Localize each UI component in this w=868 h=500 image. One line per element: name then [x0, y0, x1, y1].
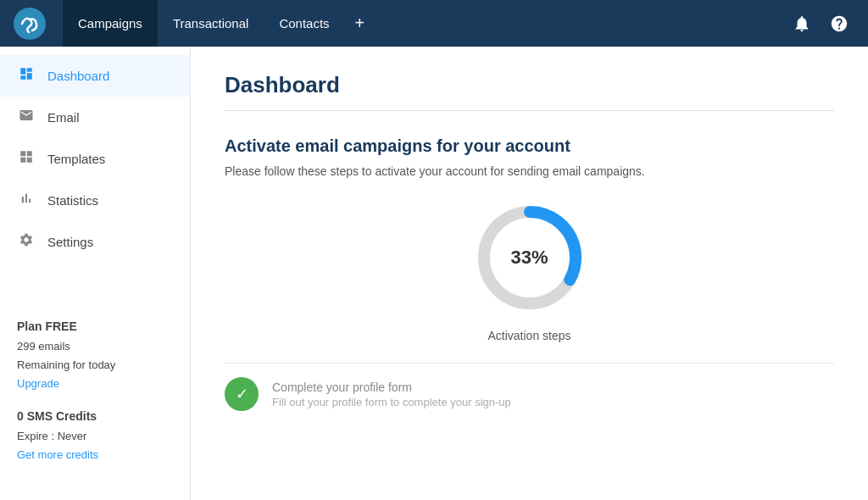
sidebar-statistics-label: Statistics	[47, 193, 98, 208]
nav-plus[interactable]: +	[345, 0, 376, 47]
nav-right	[787, 8, 854, 39]
sidebar: Dashboard Email Templates Statistics Set	[0, 47, 191, 500]
step-desc-profile: Fill out your profile form to complete y…	[272, 396, 511, 408]
sidebar-item-settings[interactable]: Settings	[0, 221, 190, 263]
step-check-profile: ✓	[225, 377, 259, 411]
page-title: Dashboard	[225, 72, 834, 98]
plan-name: Plan FREE	[17, 317, 173, 337]
sidebar-bottom: Plan FREE 299 emails Remaining for today…	[0, 303, 190, 492]
title-divider	[225, 110, 834, 111]
plan-section: Plan FREE 299 emails Remaining for today…	[17, 317, 173, 393]
donut-percent-label: 33%	[510, 247, 548, 269]
dashboard-icon	[17, 66, 36, 86]
top-nav: Campaigns Transactional Contacts +	[0, 0, 868, 47]
layout: Dashboard Email Templates Statistics Set	[0, 47, 868, 500]
activation-title: Activate email campaigns for your accoun…	[225, 136, 834, 156]
nav-items: Campaigns Transactional Contacts +	[63, 0, 787, 47]
notification-button[interactable]	[787, 8, 817, 39]
upgrade-link[interactable]: Upgrade	[17, 377, 59, 390]
activation-description: Please follow these steps to activate yo…	[225, 164, 834, 178]
nav-campaigns[interactable]: Campaigns	[63, 0, 158, 47]
sidebar-item-statistics[interactable]: Statistics	[0, 180, 190, 221]
templates-icon	[17, 149, 36, 169]
sidebar-settings-label: Settings	[47, 235, 93, 249]
svg-point-0	[14, 8, 46, 40]
plan-remaining: Remaining for today	[17, 356, 173, 375]
nav-contacts[interactable]: Contacts	[264, 0, 344, 47]
donut-caption: Activation steps	[487, 329, 570, 342]
checkmark-icon: ✓	[236, 385, 248, 403]
sms-credits-label: 0 SMS Credits	[17, 407, 173, 427]
sms-expire: Expire : Never	[17, 427, 173, 446]
main-content: Dashboard Activate email campaigns for y…	[191, 47, 868, 500]
help-button[interactable]	[824, 8, 854, 39]
donut-wrapper: 33% Activation steps	[225, 198, 834, 342]
sidebar-item-templates[interactable]: Templates	[0, 138, 190, 180]
sms-section: 0 SMS Credits Expire : Never Get more cr…	[17, 407, 173, 464]
sidebar-email-label: Email	[47, 110, 80, 125]
step-item-profile: ✓ Complete your profile form Fill out yo…	[225, 363, 834, 425]
get-credits-link[interactable]: Get more credits	[17, 448, 98, 461]
step-info-profile: Complete your profile form Fill out your…	[272, 381, 511, 408]
statistics-icon	[17, 191, 36, 210]
sidebar-item-email[interactable]: Email	[0, 97, 190, 138]
email-icon	[17, 108, 36, 127]
sidebar-dashboard-label: Dashboard	[47, 69, 109, 83]
donut-chart: 33%	[470, 198, 589, 317]
sidebar-item-dashboard[interactable]: Dashboard	[0, 55, 190, 97]
step-title-profile: Complete your profile form	[272, 381, 511, 394]
sidebar-templates-label: Templates	[47, 152, 105, 166]
app-logo[interactable]	[14, 8, 46, 40]
plan-emails: 299 emails	[17, 337, 173, 356]
settings-icon	[17, 232, 36, 252]
activation-section: Activate email campaigns for your accoun…	[225, 136, 834, 442]
nav-transactional[interactable]: Transactional	[158, 0, 264, 47]
